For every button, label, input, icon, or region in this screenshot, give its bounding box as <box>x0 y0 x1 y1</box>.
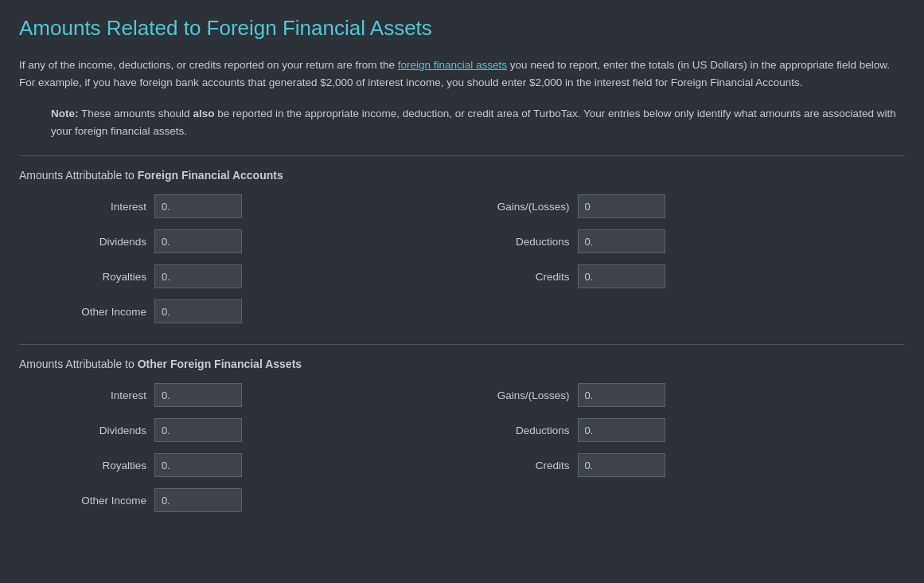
label-credits-2: Credits <box>482 460 570 471</box>
label-credits-1: Credits <box>482 271 570 283</box>
input-dividends-2[interactable] <box>154 418 242 442</box>
section2-left-column: Interest Dividends Royalties Other Incom… <box>59 383 482 517</box>
field-row-interest-2: Interest <box>59 383 482 407</box>
input-interest-2[interactable] <box>154 383 242 407</box>
input-dividends-1[interactable] <box>154 229 242 253</box>
field-row-credits-2: Credits <box>482 453 906 477</box>
section-other-assets: Amounts Attributable to Other Foreign Fi… <box>19 358 905 517</box>
intro-text-before-link: If any of the income, deductions, or cre… <box>19 59 395 71</box>
label-dividends-1: Dividends <box>59 236 146 248</box>
field-row-gains-losses-1: Gains/(Losses) <box>482 194 906 218</box>
label-interest-1: Interest <box>59 201 146 213</box>
field-row-other-income-1: Other Income <box>59 299 482 323</box>
field-row-interest-1: Interest <box>59 194 482 218</box>
label-deductions-1: Deductions <box>482 236 570 248</box>
input-credits-1[interactable] <box>578 264 665 288</box>
section2-title: Amounts Attributable to Other Foreign Fi… <box>19 358 905 370</box>
intro-paragraph: If any of the income, deductions, or cre… <box>19 57 905 91</box>
input-deductions-2[interactable] <box>578 418 665 442</box>
field-row-gains-losses-2: Gains/(Losses) <box>482 383 906 407</box>
field-row-deductions-1: Deductions <box>482 229 906 253</box>
label-gains-losses-1: Gains/(Losses) <box>482 201 570 213</box>
field-row-other-income-2: Other Income <box>59 488 482 512</box>
section1-right-column: Gains/(Losses) Deductions Credits <box>482 194 906 328</box>
input-royalties-1[interactable] <box>154 264 242 288</box>
input-other-income-2[interactable] <box>154 488 242 512</box>
top-divider <box>19 155 905 156</box>
section1-title: Amounts Attributable to Foreign Financia… <box>19 169 905 182</box>
section-foreign-accounts: Amounts Attributable to Foreign Financia… <box>19 169 905 328</box>
section1-left-column: Interest Dividends Royalties Other Incom… <box>59 194 482 328</box>
label-other-income-1: Other Income <box>59 306 146 318</box>
section1-fields-grid: Interest Dividends Royalties Other Incom… <box>59 194 905 328</box>
note-bold-text: also <box>193 108 214 119</box>
note-label: Note: <box>51 108 79 119</box>
label-dividends-2: Dividends <box>59 425 146 436</box>
note-box: Note: These amounts should also be repor… <box>51 105 905 139</box>
foreign-financial-assets-link[interactable]: foreign financial assets <box>398 59 507 71</box>
section2-fields-grid: Interest Dividends Royalties Other Incom… <box>59 383 905 517</box>
field-row-dividends-1: Dividends <box>59 229 482 253</box>
page-title: Amounts Related to Foreign Financial Ass… <box>19 16 905 41</box>
note-text-before-bold: These amounts should <box>81 108 190 119</box>
label-interest-2: Interest <box>59 389 146 401</box>
section2-right-column: Gains/(Losses) Deductions Credits <box>482 383 906 517</box>
field-row-royalties-1: Royalties <box>59 264 482 288</box>
input-royalties-2[interactable] <box>154 453 242 477</box>
section-divider <box>19 344 905 345</box>
field-row-royalties-2: Royalties <box>59 453 482 477</box>
input-gains-losses-2[interactable] <box>578 383 665 407</box>
input-other-income-1[interactable] <box>154 299 242 323</box>
input-credits-2[interactable] <box>578 453 665 477</box>
label-royalties-2: Royalties <box>59 460 146 471</box>
field-row-credits-1: Credits <box>482 264 906 288</box>
input-gains-losses-1[interactable] <box>578 194 665 218</box>
input-deductions-1[interactable] <box>578 229 665 253</box>
label-royalties-1: Royalties <box>59 271 146 283</box>
label-gains-losses-2: Gains/(Losses) <box>482 389 570 401</box>
field-row-deductions-2: Deductions <box>482 418 906 442</box>
input-interest-1[interactable] <box>154 194 242 218</box>
field-row-dividends-2: Dividends <box>59 418 482 442</box>
label-other-income-2: Other Income <box>59 495 146 507</box>
label-deductions-2: Deductions <box>482 425 570 436</box>
